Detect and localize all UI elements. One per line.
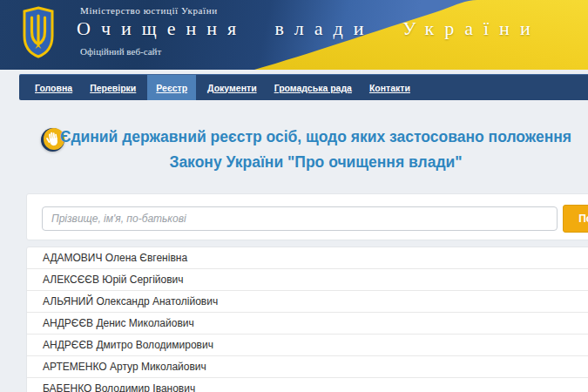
trident-emblem-icon bbox=[21, 6, 56, 58]
list-item[interactable]: АЛЬЯНИЙ Олександр Анатолійович bbox=[27, 291, 588, 313]
nav-item-checks[interactable]: Перевірки bbox=[81, 75, 145, 100]
nav-item-public-council[interactable]: Громадська рада bbox=[266, 75, 361, 100]
nav-item-home[interactable]: Головна bbox=[26, 75, 81, 100]
search-card: Пошук bbox=[26, 193, 588, 240]
lustration-registry-page: { "header": { "ministry": "Міністерство … bbox=[0, 0, 588, 392]
list-item[interactable]: АНДРЄЄВ Дмитро Володимирович bbox=[27, 335, 588, 356]
list-item[interactable]: АНДРЄЄВ Денис Миколайович bbox=[27, 313, 588, 335]
site-title: Очищення влади України bbox=[77, 17, 541, 40]
page-heading: Єдиний державний реєстр осіб, щодо яких … bbox=[35, 125, 588, 175]
nav-item-contacts[interactable]: Контакти bbox=[361, 75, 419, 100]
registry-list: АДАМОВИЧ Олена Євгенівна АЛЕКСЄЄВ Юрій С… bbox=[26, 247, 588, 392]
ministry-label: Міністерство юстиції України bbox=[80, 5, 218, 16]
list-item[interactable]: АДАМОВИЧ Олена Євгенівна bbox=[27, 247, 588, 269]
nav-item-documents[interactable]: Документи bbox=[199, 75, 266, 100]
site-header: Міністерство юстиції України Очищення вл… bbox=[0, 0, 588, 70]
page-heading-line2: Закону України "Про очищення влади" bbox=[35, 150, 588, 175]
search-button[interactable]: Пошук bbox=[563, 205, 588, 233]
site-subtitle: Офіційний веб-сайт bbox=[80, 46, 161, 57]
nav-item-registry[interactable]: Реєстр bbox=[147, 75, 196, 100]
list-item[interactable]: АРТЕМЕНКО Артур Миколайович bbox=[27, 356, 588, 378]
main-nav: Головна Перевірки Реєстр Документи Грома… bbox=[19, 74, 588, 100]
search-input[interactable] bbox=[42, 206, 558, 231]
list-item[interactable]: АЛЕКСЄЄВ Юрій Сергійович bbox=[27, 269, 588, 291]
page-heading-line1: Єдиний державний реєстр осіб, щодо яких … bbox=[35, 125, 588, 150]
list-item[interactable]: БАБЕНКО Володимир Іванович bbox=[27, 378, 588, 392]
